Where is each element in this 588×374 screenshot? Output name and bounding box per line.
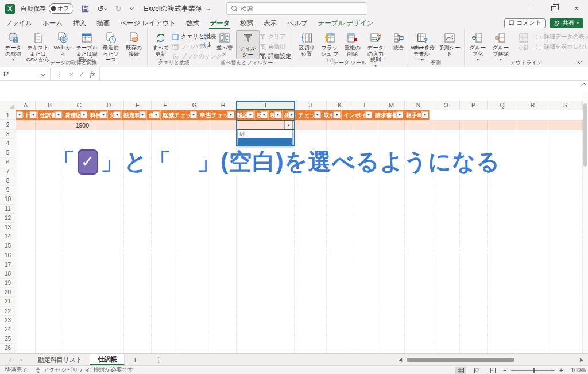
- search-input[interactable]: [241, 5, 344, 12]
- scroll-left-icon[interactable]: ◀: [396, 357, 404, 363]
- cell-E22[interactable]: [124, 307, 152, 316]
- cell-O20[interactable]: [432, 288, 460, 297]
- cell-B12[interactable]: [36, 214, 64, 223]
- cell-N12[interactable]: [405, 214, 432, 223]
- cell-G14[interactable]: [179, 232, 210, 241]
- consolidate-button[interactable]: 統合: [387, 30, 410, 52]
- cell-C23[interactable]: [64, 316, 94, 325]
- cell-L16[interactable]: [353, 250, 378, 260]
- cell-R20[interactable]: [517, 288, 548, 297]
- cell-G8[interactable]: [179, 176, 210, 186]
- cell-Q3[interactable]: [488, 130, 517, 139]
- cell-S15[interactable]: [548, 241, 583, 250]
- cell-B17[interactable]: [36, 260, 64, 269]
- filter-dropdown-icon[interactable]: ▾: [274, 111, 281, 118]
- cell-F12[interactable]: [152, 214, 179, 223]
- cell-F23[interactable]: [152, 316, 179, 325]
- cell-I19[interactable]: [237, 279, 295, 288]
- cell-K10[interactable]: [327, 195, 353, 204]
- cell-F21[interactable]: [152, 297, 179, 306]
- cell-A21[interactable]: [16, 297, 36, 306]
- cell-J19[interactable]: [295, 279, 327, 288]
- cell-Q18[interactable]: [488, 269, 517, 279]
- cell-J24[interactable]: [295, 325, 327, 334]
- cell-F10[interactable]: [152, 195, 179, 204]
- row-number-14[interactable]: 14: [0, 232, 16, 241]
- row-number-8[interactable]: 8: [0, 176, 16, 186]
- select-all-corner[interactable]: [0, 101, 16, 110]
- cell-B23[interactable]: [36, 316, 64, 325]
- cell-G3[interactable]: [179, 130, 210, 139]
- row-number-7[interactable]: 7: [0, 167, 16, 176]
- header-cell-H[interactable]: 金額▾: [147, 110, 161, 120]
- cell-A17[interactable]: [16, 260, 36, 269]
- cell-M9[interactable]: [378, 186, 405, 195]
- cell-P23[interactable]: [460, 316, 488, 325]
- cell-O21[interactable]: [432, 297, 460, 306]
- cell-N17[interactable]: [405, 260, 432, 269]
- cell-C26[interactable]: [64, 344, 94, 353]
- cell-G16[interactable]: [179, 250, 210, 260]
- filter-dropdown-icon[interactable]: ▾: [30, 111, 37, 118]
- cell-R8[interactable]: [517, 176, 548, 186]
- cell-Q23[interactable]: [488, 316, 517, 325]
- vertical-scrollbar-thumb[interactable]: [583, 103, 587, 167]
- cell-A2[interactable]: [16, 120, 36, 130]
- cell-B26[interactable]: [36, 344, 64, 353]
- tab-table-design[interactable]: テーブル デザイン: [313, 17, 379, 29]
- cell-G18[interactable]: [179, 269, 210, 279]
- cell-M8[interactable]: [378, 176, 405, 186]
- cell-C13[interactable]: [64, 223, 94, 232]
- cell-N11[interactable]: [405, 205, 432, 214]
- cell-P11[interactable]: [460, 205, 488, 214]
- header-cell-E[interactable]: 科目ID▾: [88, 110, 108, 120]
- cell-A18[interactable]: [16, 269, 36, 279]
- cell-A20[interactable]: [16, 288, 36, 297]
- close-button[interactable]: ×: [565, 0, 588, 17]
- cell-B11[interactable]: [36, 205, 64, 214]
- tab-view[interactable]: 表示: [258, 17, 282, 29]
- cell-R6[interactable]: [517, 158, 548, 167]
- cell-C21[interactable]: [64, 297, 94, 306]
- cell-H18[interactable]: [210, 269, 237, 279]
- subtotal-button[interactable]: 小計: [512, 30, 535, 52]
- cell-D20[interactable]: [94, 288, 124, 297]
- enter-formula-icon[interactable]: ✓: [79, 71, 84, 78]
- cell-O12[interactable]: [432, 214, 460, 223]
- cell-C2[interactable]: 1900: [64, 120, 94, 130]
- cell-F24[interactable]: [152, 325, 179, 334]
- tab-formulas[interactable]: 数式: [181, 17, 204, 29]
- cell-S17[interactable]: [548, 260, 583, 269]
- cell-H9[interactable]: [210, 186, 237, 195]
- column-letter-G[interactable]: G: [179, 101, 210, 110]
- cell-B20[interactable]: [36, 288, 64, 297]
- cell-M26[interactable]: [378, 344, 405, 353]
- cell-P9[interactable]: [460, 186, 488, 195]
- cell-J26[interactable]: [295, 344, 327, 353]
- undo-button[interactable]: ↺: [97, 5, 107, 13]
- column-letter-O[interactable]: O: [432, 101, 460, 110]
- cell-R10[interactable]: [517, 195, 548, 204]
- column-letter-B[interactable]: B: [36, 101, 64, 110]
- cell-N26[interactable]: [405, 344, 432, 353]
- cancel-formula-icon[interactable]: ×: [69, 71, 73, 78]
- column-letter-M[interactable]: M: [378, 101, 405, 110]
- sheet-tab-kanjo[interactable]: 勘定科目リスト: [30, 354, 91, 365]
- cell-A23[interactable]: [16, 316, 36, 325]
- cell-M20[interactable]: [378, 288, 405, 297]
- cell-N15[interactable]: [405, 241, 432, 250]
- cell-P25[interactable]: [460, 334, 488, 344]
- show-detail-item[interactable]: 詳細データの表示: [535, 33, 588, 41]
- cell-O9[interactable]: [432, 186, 460, 195]
- cell-J9[interactable]: [295, 186, 327, 195]
- remove-duplicates-button[interactable]: 重複の削除: [341, 30, 364, 58]
- cell-C24[interactable]: [64, 325, 94, 334]
- cell-H14[interactable]: [210, 232, 237, 241]
- header-cell-S[interactable]: 相手科目▾: [404, 110, 430, 120]
- cell-Q22[interactable]: [488, 307, 517, 316]
- cell-H8[interactable]: [210, 176, 237, 186]
- cell-H26[interactable]: [210, 344, 237, 353]
- cell-O10[interactable]: [432, 195, 460, 204]
- cell-E15[interactable]: [124, 241, 152, 250]
- cell-F20[interactable]: [152, 288, 179, 297]
